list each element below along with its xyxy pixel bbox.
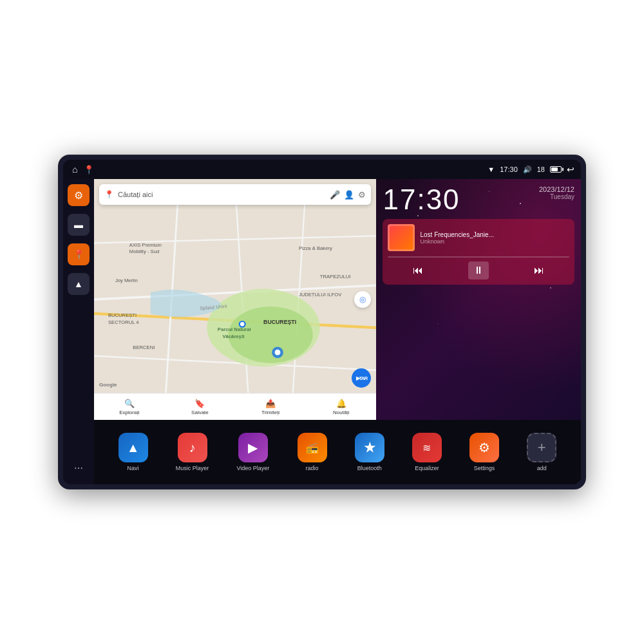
sidebar-btn-files[interactable]: ▬ — [68, 214, 90, 236]
map-nav-trimiteți[interactable]: 📤 Trimiteți — [235, 393, 306, 420]
clock-area: 17:30 2023/12/12 Tuesday — [383, 185, 574, 214]
app-item-video[interactable]: ▶ Video Player — [236, 433, 269, 471]
map-panel[interactable]: Splaiul Unirii BUCUREȘTI JUDEȚULUI ILFOV… — [94, 179, 376, 420]
content-area: Splaiul Unirii BUCUREȘTI JUDEȚULUI ILFOV… — [94, 179, 581, 484]
map-svg: Splaiul Unirii BUCUREȘTI JUDEȚULUI ILFOV… — [94, 179, 376, 420]
svg-point-20 — [240, 322, 245, 327]
app-item-bluetooth[interactable]: ★ Bluetooth — [355, 433, 384, 471]
status-time: 17:30 — [500, 166, 518, 173]
settings-app-icon: ⚙ — [469, 433, 499, 462]
pause-icon: ⏸ — [473, 265, 484, 276]
left-sidebar: ⚙ ▬ 📍 ▲ ⋯ — [63, 179, 94, 484]
clock-date-value: 2023/12/12 — [539, 185, 574, 193]
app-item-equalizer[interactable]: ≋ Equalizer — [412, 433, 442, 471]
music-app-label: Music Player — [176, 465, 209, 471]
status-bar: ⌂ 📍 ▼ 17:30 🔊 18 ↩ — [63, 160, 581, 179]
top-panels: Splaiul Unirii BUCUREȘTI JUDEȚULUI ILFOV… — [94, 179, 581, 420]
saved-label: Salvate — [191, 410, 209, 415]
add-app-label: add — [537, 465, 547, 471]
svg-text:Joy Merlin: Joy Merlin — [115, 278, 138, 283]
navigate-icon: ▲ — [74, 279, 83, 289]
map-nav-noutăți[interactable]: 🔔 Noutăți — [306, 393, 377, 420]
map-pin-sidebar-icon: 📍 — [73, 249, 84, 260]
battery-level: 18 — [537, 166, 545, 173]
maps-icon[interactable]: 📍 — [84, 165, 94, 175]
right-panel: 17:30 2023/12/12 Tuesday — [376, 179, 581, 420]
map-search-icons: 🎤 👤 ⚙ — [330, 190, 366, 200]
app-item-add[interactable]: + add — [527, 433, 556, 471]
app-item-settings[interactable]: ⚙ Settings — [469, 433, 499, 471]
map-nav-explorați[interactable]: 🔍 Explorați — [94, 393, 165, 420]
home-icon[interactable]: ⌂ — [72, 164, 77, 175]
music-info: Lost Frequencies_Janie... Unknown — [388, 224, 569, 251]
sidebar-btn-apps[interactable]: ⋯ — [68, 457, 90, 479]
video-app-label: Video Player — [236, 465, 269, 471]
microphone-icon[interactable]: 🎤 — [330, 190, 340, 200]
wifi-icon: ▼ — [488, 166, 495, 173]
svg-text:TRAPEZULUI: TRAPEZULUI — [320, 274, 351, 279]
app-item-radio[interactable]: 📻 radio — [298, 433, 327, 471]
svg-point-22 — [275, 350, 281, 355]
radio-app-icon: 📻 — [298, 433, 327, 462]
google-logo: Google — [99, 382, 117, 388]
apps-grid-icon: ⋯ — [74, 463, 84, 473]
progress-bar[interactable] — [388, 256, 569, 258]
svg-text:JUDEȚULUI ILFOV: JUDEȚULUI ILFOV — [299, 292, 342, 298]
radio-app-label: radio — [306, 465, 319, 471]
settings-app-label: Settings — [474, 465, 495, 471]
svg-text:SECTORUL 4: SECTORUL 4 — [108, 319, 139, 325]
sidebar-btn-settings[interactable]: ⚙ — [68, 184, 90, 206]
equalizer-app-icon: ≋ — [412, 433, 442, 462]
bluetooth-app-label: Bluetooth — [357, 465, 382, 471]
prev-button[interactable]: ⏮ — [408, 261, 428, 279]
map-options-icon[interactable]: ⚙ — [358, 190, 366, 200]
files-icon: ▬ — [74, 220, 83, 230]
album-art — [388, 224, 415, 251]
clock-time: 17:30 — [383, 185, 460, 214]
map-search-placeholder: Căutați aici — [118, 191, 326, 198]
stars-decoration — [376, 179, 581, 420]
music-artist: Unknown — [420, 238, 569, 245]
saved-icon: 🔖 — [194, 399, 205, 408]
map-nav-salvate[interactable]: 🔖 Salvate — [165, 393, 236, 420]
equalizer-app-label: Equalizer — [415, 465, 439, 471]
share-label: Trimiteți — [261, 410, 279, 415]
back-icon[interactable]: ↩ — [567, 164, 574, 175]
svg-text:BUCUREȘTI: BUCUREȘTI — [263, 319, 296, 325]
next-icon: ⏭ — [534, 265, 544, 276]
device: ⌂ 📍 ▼ 17:30 🔊 18 ↩ ⚙ ▬ — [58, 155, 586, 489]
music-player: Lost Frequencies_Janie... Unknown ⏮ — [383, 219, 574, 285]
explore-icon: 🔍 — [124, 399, 135, 408]
sidebar-btn-maps[interactable]: 📍 — [68, 243, 90, 265]
play-pause-button[interactable]: ⏸ — [468, 261, 489, 279]
prev-icon: ⏮ — [413, 265, 423, 276]
news-icon: 🔔 — [336, 399, 346, 408]
app-item-music[interactable]: ♪ Music Player — [176, 433, 209, 471]
clock-date-day: Tuesday — [539, 193, 574, 200]
status-left-icons: ⌂ 📍 — [72, 164, 94, 175]
map-bottom-nav: 🔍 Explorați 🔖 Salvate 📤 Trimiteți — [94, 393, 376, 420]
svg-text:Văcărești: Văcărești — [223, 334, 245, 339]
next-button[interactable]: ⏭ — [529, 261, 549, 279]
music-text: Lost Frequencies_Janie... Unknown — [420, 231, 569, 245]
map-search-pin-icon: 📍 — [104, 190, 114, 199]
svg-text:BUCUREȘTI: BUCUREȘTI — [108, 312, 137, 318]
sidebar-btn-navi[interactable]: ▲ — [68, 273, 90, 295]
svg-text:AXIS Premium: AXIS Premium — [129, 242, 162, 248]
settings-icon: ⚙ — [74, 189, 83, 202]
screen: ⌂ 📍 ▼ 17:30 🔊 18 ↩ ⚙ ▬ — [63, 160, 581, 484]
map-location-button[interactable]: ◎ — [354, 291, 371, 308]
map-search-bar[interactable]: 📍 Căutați aici 🎤 👤 ⚙ — [99, 184, 371, 205]
main-content: ⚙ ▬ 📍 ▲ ⋯ — [63, 179, 581, 484]
volume-icon: 🔊 — [523, 166, 532, 174]
svg-text:BERCENI: BERCENI — [133, 345, 155, 350]
app-item-navi[interactable]: ▲ Navi — [118, 433, 148, 471]
account-icon[interactable]: 👤 — [344, 190, 354, 200]
svg-text:Parcul Natural: Parcul Natural — [218, 327, 251, 332]
share-icon: 📤 — [265, 399, 276, 408]
add-app-icon: + — [527, 433, 556, 462]
music-controls: ⏮ ⏸ ⏭ — [388, 261, 569, 279]
video-app-icon: ▶ — [238, 433, 268, 462]
status-right: ▼ 17:30 🔊 18 ↩ — [488, 164, 574, 175]
navi-icon: ▲ — [118, 433, 148, 462]
